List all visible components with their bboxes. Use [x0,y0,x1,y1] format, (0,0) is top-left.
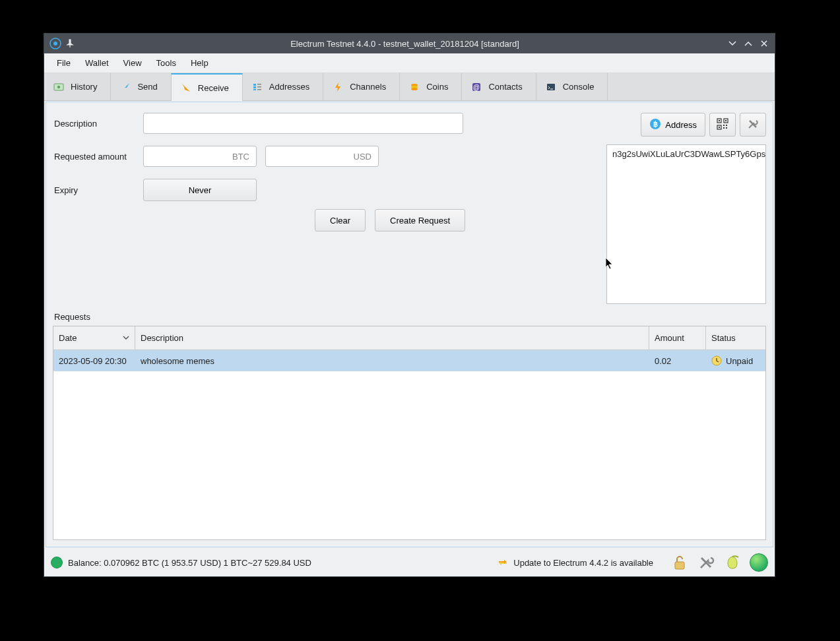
svg-point-1 [53,42,57,46]
content-area: Description Requested amount BTC USD Exp… [46,102,773,547]
tab-addresses[interactable]: Addresses [243,73,323,100]
description-label: Description [54,119,143,129]
update-text[interactable]: Update to Electrum 4.4.2 is available [513,558,653,568]
tab-history[interactable]: History [44,73,111,100]
menu-wallet[interactable]: Wallet [78,55,116,71]
btc-unit: BTC [232,152,249,162]
chevron-down-icon [123,333,129,343]
svg-rect-7 [257,84,261,85]
lock-icon[interactable] [670,553,689,572]
menu-help[interactable]: Help [183,55,216,71]
tab-label: Contacts [488,82,522,92]
network-status-icon[interactable] [750,553,768,572]
svg-rect-24 [719,127,720,128]
cell-date: 2023-05-09 20:30 [53,356,135,366]
column-description-label: Description [141,333,183,343]
menu-file[interactable]: File [49,55,78,71]
update-icon [498,557,508,568]
clear-button[interactable]: Clear [315,209,366,231]
tab-label: Receive [198,83,229,93]
coins-icon [409,82,420,92]
minimize-icon[interactable] [728,40,736,47]
tools-button[interactable] [740,113,766,137]
seed-icon[interactable] [723,553,742,572]
table-row[interactable]: 2023-05-09 20:30 wholesome memes 0.02 Un… [53,350,765,371]
svg-point-3 [57,85,60,88]
description-input[interactable] [143,113,463,134]
column-amount[interactable]: Amount [649,326,706,350]
channels-icon [333,82,343,92]
titlebar: Electrum Testnet 4.4.0 - testnet_wallet_… [44,34,775,53]
expiry-dropdown[interactable]: Never [143,179,257,201]
svg-rect-30 [675,562,684,569]
tab-send[interactable]: Send [111,73,171,100]
pin-icon[interactable] [65,39,75,48]
window-title: Electrum Testnet 4.4.0 - testnet_wallet_… [81,39,728,49]
cell-status-text: Unpaid [726,356,753,366]
tab-contacts[interactable]: @ Contacts [462,73,536,100]
column-status[interactable]: Status [706,326,765,350]
tab-label: Console [563,82,595,92]
qrcode-icon [717,118,728,132]
column-date[interactable]: Date [53,326,135,350]
cell-status: Unpaid [706,355,765,366]
send-icon [120,82,131,92]
cell-amount: 0.02 [649,356,706,366]
expiry-label: Expiry [54,185,143,195]
usd-unit: USD [354,152,372,162]
app-window: Electrum Testnet 4.4.0 - testnet_wallet_… [44,33,775,577]
cell-description: wholesome memes [135,356,649,366]
tab-receive[interactable]: Receive [171,73,243,101]
svg-rect-25 [723,125,725,126]
tab-label: Send [137,82,157,92]
console-icon [546,82,556,92]
address-display[interactable]: n3g2sUwiXLuLaUrC3DWawLSPTy6Gps [606,144,766,304]
svg-rect-22 [725,120,727,121]
svg-point-12 [411,88,418,90]
svg-rect-6 [253,89,256,90]
menu-view[interactable]: View [116,55,149,71]
window-controls [728,40,775,47]
svg-text:@: @ [474,84,480,91]
svg-rect-20 [719,120,720,121]
qrcode-button[interactable] [709,113,736,137]
statusbar: Balance: 0.070962 BTC (1 953.57 USD) 1 B… [44,549,775,576]
receive-form: Description Requested amount BTC USD Exp… [46,102,773,309]
svg-rect-27 [723,127,725,129]
column-status-label: Status [711,333,736,343]
requests-table: Date Description Amount Status 2023-05-0… [53,326,766,540]
tab-label: Channels [350,82,386,92]
addresses-icon [252,82,263,92]
receive-icon [181,82,191,93]
svg-rect-9 [257,89,261,90]
tab-coins[interactable]: Coins [400,73,462,100]
amount-btc-input[interactable]: BTC [143,146,257,167]
svg-rect-8 [257,86,261,88]
tab-label: History [71,82,97,92]
contacts-icon: @ [471,82,482,92]
preferences-icon[interactable] [697,553,715,572]
bitcoin-icon: ฿ [649,118,661,132]
requests-header: Date Description Amount Status [53,326,765,350]
tab-console[interactable]: Console [536,73,608,100]
history-icon [53,82,64,92]
address-button[interactable]: ฿ Address [641,113,705,137]
amount-usd-input[interactable]: USD [265,146,379,167]
column-amount-label: Amount [655,333,684,343]
requested-amount-label: Requested amount [54,152,143,162]
create-request-button[interactable]: Create Request [375,209,465,231]
menu-tools[interactable]: Tools [149,55,183,71]
column-description[interactable]: Description [135,326,649,350]
tabbar: History Send Receive Addresses Channels … [44,73,775,101]
svg-rect-5 [253,86,256,88]
balance-text: Balance: 0.070962 BTC (1 953.57 USD) 1 B… [68,558,311,568]
maximize-icon[interactable] [744,40,752,47]
app-icon [49,38,61,49]
tab-label: Coins [426,82,448,92]
close-icon[interactable] [760,40,768,47]
svg-rect-28 [726,127,727,129]
requests-label: Requests [46,309,773,326]
wrench-icon [747,118,759,132]
tab-channels[interactable]: Channels [323,73,400,100]
balance-status-dot [51,557,63,568]
